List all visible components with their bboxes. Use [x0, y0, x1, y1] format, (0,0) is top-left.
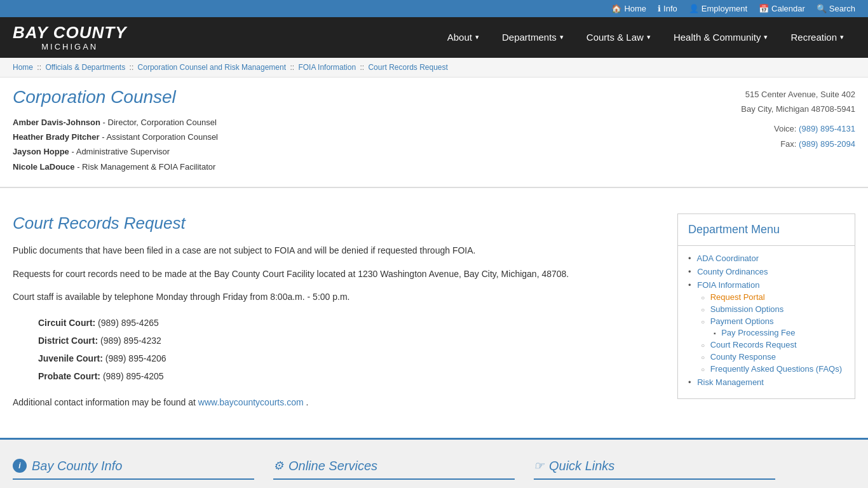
sidebar-menu: ADA Coordinator County Ordinances FOIA I… [678, 246, 855, 398]
main-section: Court Records Request Public documents t… [0, 201, 868, 438]
home-link[interactable]: 🏠 Home [611, 4, 646, 13]
calendar-icon: 📅 [759, 4, 769, 13]
home-icon: 🏠 [611, 4, 621, 13]
info-icon: i [13, 459, 27, 473]
submenu-payment: Payment Options Pay Processing Fee [701, 316, 844, 337]
logo: BAY COUNTY MICHIGAN [13, 17, 140, 58]
chevron-down-icon: ▾ [647, 33, 651, 41]
search-link[interactable]: 🔍 Search [817, 4, 855, 13]
submenu-request-portal: Request Portal [701, 292, 844, 302]
court-numbers: Circuit Court: (989) 895-4265 District C… [38, 314, 658, 385]
court-row: Probate Court: (989) 895-4205 [38, 367, 658, 385]
footer-quicklinks-title: ☞ Quick Links [534, 459, 775, 480]
info-link[interactable]: ℹ Info [658, 4, 677, 13]
breadcrumb-foia[interactable]: FOIA Information [298, 63, 356, 72]
submenu-court-records: Court Records Request [701, 340, 844, 349]
fax-phone[interactable]: (989) 895-2094 [799, 139, 855, 149]
foia-submenu: Request Portal Submission Options Paymen… [701, 292, 844, 374]
office-title: Corporation Counsel [13, 87, 218, 107]
nav-health-community[interactable]: Health & Community ▾ [662, 18, 780, 57]
footer-col-services: ⚙ Online Services Adopt-a-Pet Program Ap… [273, 459, 515, 488]
breadcrumb-court-records[interactable]: Court Records Request [368, 63, 447, 72]
footer-services-title: ⚙ Online Services [273, 459, 515, 480]
staff-row: Heather Brady Pitcher - Assistant Corpor… [13, 130, 218, 144]
breadcrumb-corp-counsel[interactable]: Corporation Counsel and Risk Management [138, 63, 286, 72]
staff-info: Amber Davis-Johnson - Director, Corporat… [13, 115, 218, 175]
sidebar-link-ada[interactable]: ADA Coordinator [696, 254, 759, 263]
main-content: Court Records Request Public documents t… [13, 214, 658, 419]
chevron-down-icon: ▾ [475, 33, 479, 41]
sidebar-item-risk: Risk Management [688, 377, 844, 387]
link-pay-fee[interactable]: Pay Processing Fee [721, 328, 795, 337]
separator [0, 187, 868, 188]
link-payment[interactable]: Payment Options [710, 316, 774, 326]
page-title: Court Records Request [13, 214, 658, 233]
main-nav: About ▾ Departments ▾ Courts & Law ▾ Hea… [436, 18, 855, 57]
chevron-down-icon: ▾ [764, 33, 768, 41]
court-row: Circuit Court: (989) 895-4265 [38, 314, 658, 332]
calendar-link[interactable]: 📅 Calendar [759, 4, 805, 13]
footer-col-info: i Bay County Info Like us on Facebook an… [13, 459, 254, 488]
footer: i Bay County Info Like us on Facebook an… [0, 438, 868, 488]
main-header: BAY COUNTY MICHIGAN About ▾ Departments … [0, 17, 868, 58]
submenu-county-response: County Response [701, 352, 844, 362]
sidebar-link-risk[interactable]: Risk Management [697, 377, 764, 387]
breadcrumb: Home :: Officials & Departments :: Corpo… [0, 58, 868, 78]
court-row: District Court: (989) 895-4232 [38, 332, 658, 349]
office-info-bar: Corporation Counsel Amber Davis-Johnson … [0, 78, 868, 175]
courts-website-link[interactable]: www.baycountycourts.com [198, 397, 304, 407]
staff-row: Jayson Hoppe - Administrative Supervisor [13, 144, 218, 159]
voice-phone[interactable]: (989) 895-4131 [799, 124, 855, 133]
content-wrapper: Corporation Counsel Amber Davis-Johnson … [0, 78, 868, 438]
link-faqs[interactable]: Frequently Asked Questions (FAQs) [710, 364, 842, 374]
gear-icon: ⚙ [273, 459, 283, 473]
submenu-faqs: Frequently Asked Questions (FAQs) [701, 364, 844, 374]
hand-icon: ☞ [534, 459, 544, 473]
submenu-submission: Submission Options [701, 304, 844, 314]
court-row: Juvenile Court: (989) 895-4206 [38, 349, 658, 367]
sidebar-item-ordinances: County Ordinances [688, 267, 844, 276]
breadcrumb-home[interactable]: Home [13, 63, 33, 72]
sidebar-header: Department Menu [678, 214, 855, 246]
sidebar: Department Menu ADA Coordinator County O… [677, 214, 855, 399]
nav-courts-law[interactable]: Courts & Law ▾ [575, 18, 662, 57]
additional-contact: Additional contact information may be fo… [13, 395, 658, 409]
sidebar-item-foia: FOIA Information Request Portal Submissi… [688, 280, 844, 374]
search-icon: 🔍 [817, 4, 827, 13]
chevron-down-icon: ▾ [560, 33, 564, 41]
nav-recreation[interactable]: Recreation ▾ [779, 18, 855, 57]
user-icon: 👤 [689, 4, 699, 13]
chevron-down-icon: ▾ [840, 33, 844, 41]
link-request-portal[interactable]: Request Portal [710, 292, 765, 302]
sidebar-link-foia[interactable]: FOIA Information [697, 280, 759, 290]
staff-row: Amber Davis-Johnson - Director, Corporat… [13, 115, 218, 130]
payment-submenu: Pay Processing Fee [714, 328, 844, 337]
top-bar: 🏠 Home ℹ Info 👤 Employment 📅 Calendar 🔍 … [0, 0, 868, 17]
nav-about[interactable]: About ▾ [436, 18, 491, 57]
footer-info-title: i Bay County Info [13, 459, 254, 480]
employment-link[interactable]: 👤 Employment [689, 4, 747, 13]
nav-departments[interactable]: Departments ▾ [491, 18, 575, 57]
sidebar-item-ada: ADA Coordinator [688, 254, 844, 263]
footer-col-quicklinks: ☞ Quick Links Bay Alerts Contact Us Crim… [534, 459, 775, 488]
sidebar-link-ordinances[interactable]: County Ordinances [697, 267, 768, 276]
link-submission[interactable]: Submission Options [710, 304, 784, 314]
breadcrumb-officials[interactable]: Officials & Departments [45, 63, 125, 72]
link-court-records[interactable]: Court Records Request [710, 340, 797, 349]
address-block: 515 Center Avenue, Suite 402 Bay City, M… [696, 87, 855, 175]
submenu-pay-fee: Pay Processing Fee [714, 328, 844, 337]
page-title-area: Corporation Counsel Amber Davis-Johnson … [13, 87, 218, 175]
info-icon: ℹ [658, 4, 661, 13]
footer-grid: i Bay County Info Like us on Facebook an… [13, 459, 775, 488]
link-county-response[interactable]: County Response [710, 352, 776, 362]
staff-row: Nicole LaDouce - Risk Management & FOIA … [13, 159, 218, 174]
